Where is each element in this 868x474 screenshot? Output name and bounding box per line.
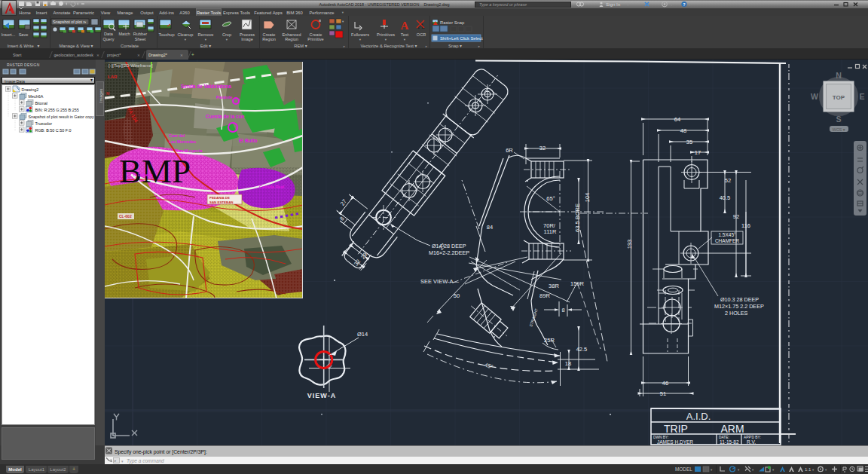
svg-text:Primitives: Primitives [377, 32, 395, 37]
svg-text:?: ? [683, 2, 686, 7]
svg-text:▾: ▾ [404, 38, 406, 41]
svg-text:17: 17 [695, 149, 701, 156]
svg-text:51: 51 [660, 390, 666, 397]
svg-text:Touchup: Touchup [158, 32, 174, 37]
svg-text:159R: 159R [570, 280, 585, 287]
svg-text:R.V.: R.V. [747, 439, 756, 445]
svg-text:▾: ▾ [772, 468, 775, 472]
svg-text:Ø14: Ø14 [357, 331, 368, 338]
svg-text:64: 64 [674, 116, 680, 123]
svg-text:89R: 89R [539, 292, 550, 299]
svg-text:Cam del: Cam del [169, 133, 185, 138]
svg-text:Ø10.3 28 DEEP: Ø10.3 28 DEEP [720, 296, 759, 303]
svg-text:48: 48 [680, 127, 686, 134]
svg-text:la Dehesa: la Dehesa [133, 173, 154, 177]
svg-text:Region: Region [285, 37, 298, 41]
svg-text:▾: ▾ [226, 38, 228, 41]
svg-text:Snapshot of plot result in Gat: Snapshot of plot result in Gator copy [29, 115, 95, 119]
svg-text:Followers: Followers [351, 32, 369, 37]
svg-text:42.5: 42.5 [576, 346, 588, 353]
svg-text:SAN ESTEBAN: SAN ESTEBAN [209, 200, 233, 204]
svg-text:Crop: Crop [222, 32, 231, 37]
svg-text:46: 46 [662, 380, 668, 387]
svg-text:Raster Snap: Raster Snap [440, 20, 464, 25]
svg-text:Drawing2: Drawing2 [22, 87, 39, 92]
svg-text:1.5X45°: 1.5X45° [718, 232, 736, 237]
svg-text:Ø14-28 DEEP: Ø14-28 DEEP [432, 243, 466, 249]
svg-text:Mech6A: Mech6A [29, 94, 44, 99]
svg-text:▾: ▾ [825, 468, 827, 472]
svg-text:▾: ▾ [185, 38, 187, 41]
svg-text:1:1: 1:1 [805, 467, 811, 472]
svg-text:Bitonal: Bitonal [35, 101, 47, 106]
svg-text:N: N [836, 71, 842, 80]
svg-text:63.5 BORE: 63.5 BORE [574, 203, 581, 232]
svg-text:Query: Query [102, 37, 114, 41]
svg-text:M12×1.75 2.2 DEEP: M12×1.75 2.2 DEEP [714, 303, 764, 310]
svg-text:Truecolor: Truecolor [35, 121, 53, 126]
svg-text:Save: Save [19, 32, 29, 37]
svg-text:Rubber: Rubber [133, 32, 147, 36]
svg-text:▾: ▾ [752, 468, 754, 472]
svg-text:40.5: 40.5 [720, 194, 731, 201]
svg-text:52: 52 [725, 177, 731, 184]
svg-text:111R: 111R [544, 228, 557, 235]
svg-text:JAMES H.DYER: JAMES H.DYER [657, 439, 693, 445]
svg-text:8: 8 [561, 307, 564, 313]
svg-text:Senda de Valdelatona: Senda de Valdelatona [181, 84, 231, 89]
svg-text:ARM: ARM [720, 423, 744, 435]
svg-text:▾: ▾ [359, 38, 362, 41]
svg-text:116: 116 [741, 222, 750, 229]
svg-text:▾: ▾ [627, 2, 629, 7]
svg-text:32: 32 [539, 145, 546, 151]
svg-text:Snapshot of plot r: Snapshot of plot r [53, 20, 84, 24]
svg-text:BMP: BMP [119, 152, 191, 190]
svg-text:84: 84 [487, 224, 493, 231]
svg-text:▾: ▾ [689, 2, 691, 7]
svg-text:Insert...: Insert... [2, 32, 16, 37]
svg-text:38R: 38R [549, 283, 559, 289]
svg-text:A.I.D.: A.I.D. [686, 411, 711, 422]
svg-text:Shift+Left Click Select: Shift+Left Click Select [440, 36, 483, 41]
svg-text:SEE VIEW-A—: SEE VIEW-A— [420, 278, 460, 285]
svg-text:TRIP: TRIP [664, 423, 688, 435]
svg-text:▾: ▾ [738, 468, 740, 472]
svg-text:Data: Data [104, 32, 114, 36]
svg-text:Primitive: Primitive [307, 37, 323, 41]
svg-text:M: M [106, 91, 109, 96]
svg-text:PEDANIA DE: PEDANIA DE [209, 196, 230, 200]
svg-text:18: 18 [565, 360, 571, 367]
svg-text:A: A [401, 20, 409, 32]
svg-text:▾: ▾ [711, 468, 713, 472]
svg-text:El Bulto: El Bulto [239, 138, 258, 143]
svg-text:35: 35 [686, 139, 692, 145]
svg-text:Las Mercedes: Las Mercedes [169, 139, 196, 144]
svg-text:Sheet: Sheet [135, 37, 146, 41]
svg-text:Paraiste: Paraiste [216, 95, 232, 99]
svg-text:Cuesta de la cue: Cuesta de la cue [206, 114, 245, 119]
svg-text:LAR: LAR [108, 75, 118, 79]
svg-text:Las M.cuesta: Las M.cuesta [176, 148, 203, 153]
svg-text:▾: ▾ [342, 20, 344, 23]
svg-text:193: 193 [626, 240, 633, 249]
svg-text:6R: 6R [506, 147, 513, 154]
svg-text:50: 50 [454, 292, 460, 299]
svg-text:OCR: OCR [417, 32, 426, 37]
svg-text:CHAMFER: CHAMFER [715, 238, 739, 243]
svg-text:11-15-82: 11-15-82 [720, 439, 739, 445]
svg-text:Remove: Remove [198, 32, 214, 37]
svg-text:WCS ▾: WCS ▾ [832, 127, 845, 132]
svg-text:Text: Text [401, 32, 409, 37]
svg-text:92: 92 [733, 213, 739, 220]
svg-text:▾: ▾ [205, 38, 207, 41]
svg-text:W: W [811, 92, 818, 101]
svg-text:104: 104 [584, 193, 591, 203]
svg-text:Region: Region [262, 37, 276, 41]
svg-text:Image: Image [241, 37, 253, 41]
svg-text:Cleanup: Cleanup [178, 32, 194, 37]
svg-text:▾: ▾ [812, 468, 815, 472]
svg-text:25R: 25R [544, 337, 555, 344]
svg-text:S: S [836, 115, 841, 124]
svg-text:TOP: TOP [833, 94, 845, 101]
svg-text:E: E [859, 92, 864, 101]
